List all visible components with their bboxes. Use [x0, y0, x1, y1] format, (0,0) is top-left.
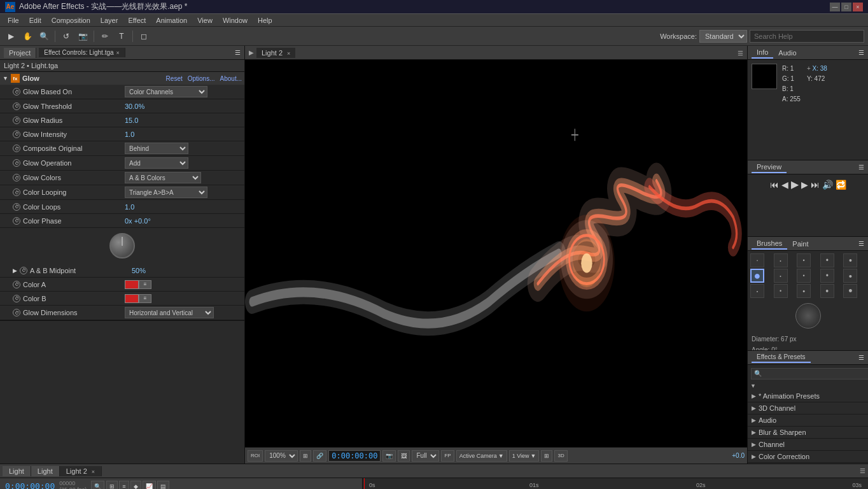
- stopwatch-color-looping[interactable]: ⏱: [13, 188, 20, 196]
- audio-btn[interactable]: 🔊: [822, 180, 833, 190]
- tl-comp-btn2[interactable]: ≡: [119, 481, 129, 490]
- effects-menu-btn[interactable]: ☰: [858, 354, 864, 361]
- toolbar-rotate[interactable]: ↺: [59, 29, 73, 43]
- close-comp-tab[interactable]: ×: [287, 50, 290, 57]
- close-tl-tab[interactable]: ×: [92, 469, 95, 475]
- stopwatch-glow-threshold[interactable]: ⏱: [13, 103, 20, 110]
- color-loops-value[interactable]: 1.0: [125, 203, 134, 211]
- stopwatch-ab-midpoint[interactable]: ⏱: [20, 267, 27, 274]
- stopwatch-color-b[interactable]: ⏱: [13, 295, 20, 302]
- glow-dimensions-select[interactable]: Horizontal and Vertical: [125, 307, 214, 318]
- menu-edit[interactable]: Edit: [24, 15, 46, 25]
- color-phase-dial[interactable]: [109, 233, 135, 259]
- toggle-3d-btn[interactable]: 3D: [554, 450, 567, 462]
- snapshot-btn[interactable]: 📷: [382, 450, 396, 462]
- active-camera-btn[interactable]: Active Camera ▼: [456, 450, 507, 462]
- maximize-btn[interactable]: □: [841, 3, 851, 11]
- fast-preview-btn[interactable]: FP: [441, 450, 454, 462]
- glow-radius-value[interactable]: 15.0: [125, 117, 138, 124]
- skip-start-btn[interactable]: ⏮: [770, 180, 779, 190]
- stopwatch-color-loops[interactable]: ⏱: [13, 203, 20, 211]
- brush-15[interactable]: •: [843, 284, 857, 298]
- toolbar-select[interactable]: ▶: [4, 29, 18, 43]
- preview-menu-btn[interactable]: ☰: [858, 164, 864, 171]
- info-menu-btn[interactable]: ☰: [858, 49, 864, 56]
- tl-layer-btn[interactable]: ▤: [157, 481, 169, 490]
- tl-tab-light2[interactable]: Light: [31, 466, 60, 476]
- brush-5[interactable]: •: [843, 253, 857, 267]
- comp-region-btn[interactable]: ROI: [248, 450, 263, 462]
- panel-menu-btn[interactable]: ☰: [235, 49, 241, 56]
- toolbar-hand[interactable]: ✋: [20, 29, 34, 43]
- effects-search-input[interactable]: [751, 368, 868, 379]
- effect-controls-tab[interactable]: Effect Controls: Light.tga ×: [39, 48, 125, 57]
- stopwatch-glow-intensity[interactable]: ⏱: [13, 131, 20, 138]
- close-btn[interactable]: ×: [853, 3, 863, 11]
- toolbar-zoom[interactable]: 🔍: [37, 29, 51, 43]
- brush-14[interactable]: •: [820, 284, 834, 298]
- step-back-btn[interactable]: ◀: [781, 180, 788, 190]
- loop-btn[interactable]: 🔁: [836, 180, 846, 190]
- menu-view[interactable]: View: [192, 15, 218, 25]
- stopwatch-color-phase[interactable]: ⏱: [13, 217, 20, 225]
- color-phase-value[interactable]: 0x +0.0°: [125, 217, 151, 225]
- glow-colors-select[interactable]: A & B Colors: [125, 172, 201, 183]
- ab-midpoint-value[interactable]: 50%: [132, 267, 146, 274]
- search-input[interactable]: [750, 30, 864, 43]
- menu-layer[interactable]: Layer: [95, 15, 123, 25]
- grid-btn[interactable]: ⊞: [541, 450, 552, 462]
- glow-intensity-value[interactable]: 1.0: [125, 131, 134, 138]
- brush-4[interactable]: •: [820, 253, 834, 267]
- effects-item-channel[interactable]: ▶ Channel: [748, 439, 868, 451]
- menu-composition[interactable]: Composition: [46, 15, 95, 25]
- close-effect-tab[interactable]: ×: [116, 50, 120, 56]
- stopwatch-glow-dim[interactable]: ⏱: [13, 309, 20, 316]
- glow-operation-select[interactable]: Add: [125, 157, 188, 169]
- glow-based-select[interactable]: Color Channels: [125, 86, 207, 97]
- brush-1[interactable]: •: [750, 253, 764, 267]
- stopwatch-glow-op[interactable]: ⏱: [13, 159, 20, 167]
- brush-11[interactable]: •: [750, 284, 764, 298]
- stopwatch-glow-colors[interactable]: ⏱: [13, 174, 20, 181]
- effects-dropdown-arrow[interactable]: ▼: [750, 383, 756, 389]
- effects-item-3d-channel[interactable]: ▶ 3D Channel: [748, 402, 868, 415]
- preview-tab[interactable]: Preview: [752, 162, 787, 173]
- comp-fit-btn[interactable]: ⊞: [300, 450, 311, 462]
- toolbar-pen[interactable]: ✏: [98, 29, 112, 43]
- stopwatch-glow-radius[interactable]: ⏱: [13, 117, 20, 124]
- glow-threshold-value[interactable]: 30.0%: [125, 103, 144, 110]
- effects-item-blur[interactable]: ▶ Blur & Sharpen: [748, 427, 868, 439]
- brush-9[interactable]: •: [820, 269, 834, 283]
- toolbar-text[interactable]: T: [115, 29, 129, 43]
- brush-3[interactable]: •: [797, 253, 811, 267]
- effects-item-color-correction[interactable]: ▶ Color Correction: [748, 451, 868, 463]
- tl-keyframe-btn[interactable]: ◆: [130, 481, 141, 490]
- paint-tab[interactable]: Paint: [787, 239, 813, 249]
- toolbar-shape[interactable]: ◻: [137, 29, 151, 43]
- effects-item-animation-presets[interactable]: ▶ * Animation Presets: [748, 390, 868, 402]
- color-b-btn[interactable]: ≡: [139, 294, 151, 303]
- tl-graph-btn[interactable]: 📈: [143, 481, 156, 490]
- show-snapshot-btn[interactable]: 🖼: [398, 450, 410, 462]
- color-looping-select[interactable]: Triangle A>B>A: [125, 187, 207, 198]
- brush-12[interactable]: •: [774, 284, 788, 298]
- skip-end-btn[interactable]: ⏭: [811, 180, 820, 190]
- effects-item-composite-wizard[interactable]: ▶ Composite Wizard: [748, 463, 868, 464]
- resolution-select[interactable]: Full: [412, 450, 439, 462]
- menu-animation[interactable]: Animation: [151, 15, 192, 25]
- comp-menu-btn[interactable]: ☰: [738, 50, 743, 57]
- color-b-swatch[interactable]: [125, 294, 139, 303]
- stopwatch-glow-based[interactable]: ⏱: [13, 88, 20, 96]
- step-fwd-btn[interactable]: ▶: [801, 180, 808, 190]
- effects-item-audio[interactable]: ▶ Audio: [748, 415, 868, 427]
- options-btn[interactable]: Options...: [188, 75, 215, 82]
- color-a-swatch[interactable]: [125, 280, 139, 289]
- minimize-btn[interactable]: —: [830, 3, 840, 11]
- toolbar-camera[interactable]: 📷: [76, 29, 90, 43]
- brush-7[interactable]: •: [774, 269, 788, 283]
- view-count-btn[interactable]: 1 View ▼: [509, 450, 540, 462]
- brush-13[interactable]: •: [797, 284, 811, 298]
- tl-menu-btn[interactable]: ☰: [860, 467, 865, 474]
- workspace-select[interactable]: Standard: [699, 30, 747, 43]
- reset-btn[interactable]: Reset: [166, 75, 183, 82]
